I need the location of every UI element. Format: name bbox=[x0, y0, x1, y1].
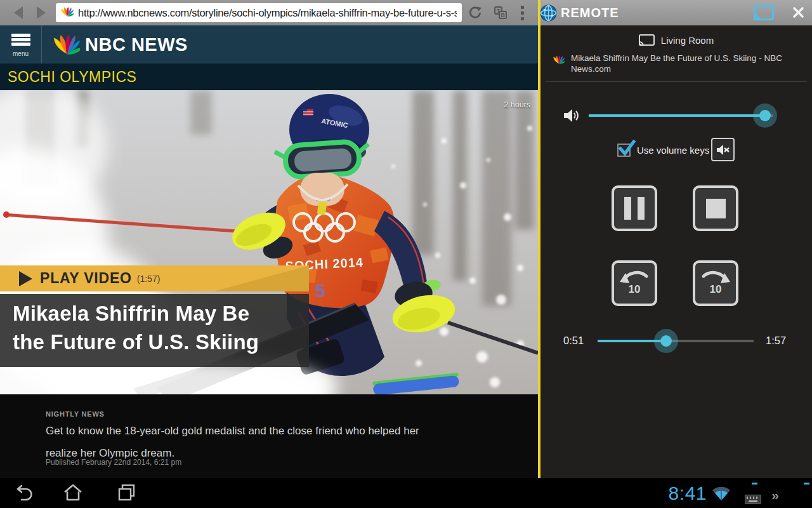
cast-device-row[interactable]: Living Room bbox=[540, 32, 812, 48]
close-icon bbox=[792, 6, 804, 18]
mute-icon bbox=[716, 144, 730, 156]
video-duration-label: (1:57) bbox=[137, 274, 160, 284]
play-icon bbox=[19, 271, 32, 286]
media-title: Mikaela Shiffrin May Be the Future of U.… bbox=[571, 53, 802, 74]
nav-back-icon bbox=[15, 483, 36, 502]
wifi-icon bbox=[712, 486, 731, 504]
globe-app-icon bbox=[540, 4, 557, 24]
remote-panel: REMOTE Living Room bbox=[540, 0, 812, 478]
use-volume-keys-checkbox[interactable] bbox=[617, 144, 631, 157]
headline-line1: Mikaela Shiffrin May Be bbox=[13, 299, 309, 328]
media-title-row: Mikaela Shiffrin May Be the Future of U.… bbox=[553, 53, 802, 74]
nbc-site-header: menu NBC NEWS bbox=[0, 25, 538, 64]
bib-number: 5 bbox=[315, 280, 325, 301]
hamburger-icon bbox=[11, 32, 30, 47]
url-bar[interactable]: http://www.nbcnews.com/storyline/sochi-o… bbox=[56, 3, 462, 22]
section-bar: SOCHI OLYMPICS bbox=[0, 64, 538, 90]
forward-10-button[interactable]: 10 bbox=[693, 260, 738, 306]
nav-back-button[interactable] bbox=[15, 483, 36, 505]
text-toggle-icon: TB bbox=[494, 6, 507, 19]
browser-toolbar: http://www.nbcnews.com/storyline/sochi-o… bbox=[0, 0, 538, 25]
checkmark-icon bbox=[617, 140, 636, 157]
stop-icon bbox=[706, 199, 726, 218]
keyboard-status-icon bbox=[745, 495, 761, 504]
rewind-10-icon: 10 bbox=[618, 267, 651, 300]
published-date: Published February 22nd 2014, 6:21 pm bbox=[46, 458, 181, 467]
overflow-menu-button[interactable] bbox=[514, 0, 530, 25]
forward-10-icon: 10 bbox=[699, 267, 732, 300]
system-navigation-bar: 8:41 » bbox=[0, 478, 812, 508]
nav-home-button[interactable] bbox=[63, 483, 83, 505]
article-meta: NIGHTLY NEWS Get to know the 18-year-old… bbox=[0, 394, 538, 478]
article-photo: SOCHI 2014 5 ATOMIC bbox=[0, 90, 538, 394]
cast-button[interactable] bbox=[754, 5, 774, 23]
screen: http://www.nbcnews.com/storyline/sochi-o… bbox=[0, 0, 812, 508]
refresh-button[interactable] bbox=[464, 0, 486, 25]
stop-button[interactable] bbox=[693, 185, 738, 231]
cast-icon bbox=[754, 5, 774, 20]
cast-device-name: Living Room bbox=[661, 35, 714, 46]
remote-header: REMOTE bbox=[540, 0, 812, 25]
section-label: SOCHI OLYMPICS bbox=[8, 69, 136, 86]
kicker-label: NIGHTLY NEWS bbox=[46, 410, 105, 418]
headline-panel: Mikaela Shiffrin May Be the Future of U.… bbox=[0, 294, 309, 367]
playback-duration: 1:57 bbox=[766, 335, 786, 347]
headline-line2: the Future of U.S. Skiing bbox=[13, 328, 309, 356]
pause-icon bbox=[624, 197, 645, 220]
play-video-label: PLAY VIDEO bbox=[40, 270, 132, 287]
playback-position: 0:51 bbox=[563, 335, 584, 347]
progress-slider[interactable] bbox=[598, 335, 754, 347]
nav-recents-button[interactable] bbox=[117, 483, 137, 505]
nbc-news-logo[interactable]: NBC NEWS bbox=[53, 25, 188, 64]
cast-device-icon bbox=[639, 34, 655, 46]
url-text: http://www.nbcnews.com/storyline/sochi-o… bbox=[78, 7, 457, 19]
mute-button[interactable] bbox=[711, 138, 735, 161]
volume-slider[interactable] bbox=[589, 109, 773, 122]
nav-recents-icon bbox=[117, 483, 137, 502]
close-button[interactable] bbox=[792, 6, 804, 21]
expand-chevrons: » bbox=[771, 488, 779, 503]
browser-forward-button[interactable] bbox=[37, 6, 46, 19]
volume-icon bbox=[563, 108, 580, 126]
menu-button-label: menu bbox=[13, 50, 29, 57]
use-volume-keys-label: Use volume keys bbox=[637, 145, 709, 156]
nbc-favicon bbox=[61, 7, 74, 19]
remote-title: REMOTE bbox=[561, 6, 619, 20]
nav-home-icon bbox=[63, 483, 83, 502]
volume-fill bbox=[589, 114, 765, 117]
refresh-icon bbox=[468, 6, 482, 20]
menu-button[interactable]: menu bbox=[0, 25, 42, 64]
overflow-dots-icon bbox=[521, 6, 524, 20]
rewind-10-button[interactable]: 10 bbox=[612, 260, 657, 306]
text-toggle-button[interactable]: TB bbox=[490, 0, 511, 25]
browser-back-button[interactable] bbox=[14, 6, 23, 19]
timestamp-overlay: 2 hours bbox=[504, 100, 530, 109]
brand-text: NBC NEWS bbox=[85, 34, 188, 55]
pause-button[interactable] bbox=[612, 185, 657, 231]
play-video-button[interactable]: PLAY VIDEO (1:57) bbox=[0, 265, 309, 291]
divider-line bbox=[546, 81, 807, 82]
banner-shade bbox=[214, 265, 309, 291]
nbc-peacock-icon bbox=[53, 34, 80, 55]
clock: 8:41 bbox=[669, 483, 707, 504]
media-favicon bbox=[553, 55, 565, 74]
